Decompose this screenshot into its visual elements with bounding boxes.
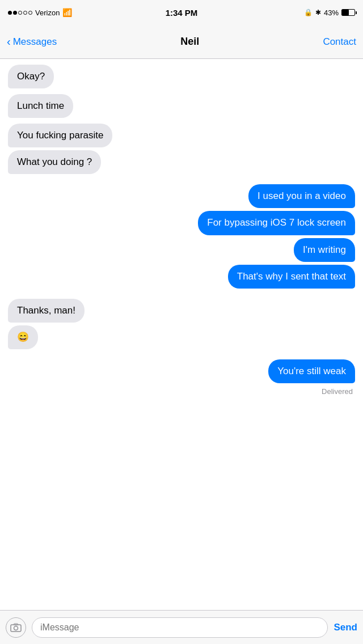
- message-row: Thanks, man!: [8, 299, 355, 323]
- signal-icon: [8, 11, 32, 15]
- bubble-10: 😄: [8, 325, 38, 349]
- delivered-label: Delivered: [8, 387, 355, 396]
- message-row: That's why I sent that text: [8, 265, 355, 289]
- message-row: Okay?: [8, 65, 355, 88]
- bubble-3: You fucking parasite: [8, 124, 112, 147]
- signal-dot-3: [18, 11, 22, 15]
- carrier-label: Verizon: [35, 9, 60, 17]
- lock-icon: 🔒: [304, 9, 313, 16]
- message-row: I used you in a video: [8, 184, 355, 208]
- input-bar: Send: [0, 610, 363, 644]
- send-button[interactable]: Send: [334, 622, 357, 633]
- contact-button[interactable]: Contact: [323, 36, 356, 48]
- bubble-11: You're still weak: [268, 359, 355, 383]
- signal-dot-1: [8, 11, 12, 15]
- svg-point-1: [14, 626, 18, 630]
- status-left: Verizon 📶: [8, 8, 72, 17]
- nav-title: Neil: [180, 36, 199, 48]
- signal-dot-2: [13, 11, 17, 15]
- status-bar: Verizon 📶 1:34 PM 🔒 ✱ 43%: [0, 0, 363, 25]
- bubble-8: That's why I sent that text: [228, 265, 355, 289]
- bubble-4: What you doing ?: [8, 150, 101, 174]
- camera-icon: [10, 623, 22, 632]
- camera-button[interactable]: [6, 617, 26, 638]
- nav-bar: ‹ Messages Neil Contact: [0, 25, 363, 59]
- status-right: 🔒 ✱ 43%: [304, 9, 355, 17]
- message-row: 😄: [8, 325, 355, 349]
- status-time: 1:34 PM: [166, 8, 198, 18]
- bubble-2: Lunch time: [8, 94, 73, 118]
- bubble-7: I'm writing: [294, 238, 355, 262]
- bubble-9: Thanks, man!: [8, 299, 85, 323]
- message-row: You fucking parasite: [8, 124, 355, 147]
- message-input[interactable]: [32, 617, 328, 638]
- bubble-6: For bypassing iOS 7 lock screen: [198, 211, 355, 235]
- messages-area: Okay?Lunch timeYou fucking parasiteWhat …: [0, 59, 363, 610]
- back-button[interactable]: ‹ Messages: [7, 35, 57, 48]
- back-chevron-icon: ‹: [7, 35, 11, 48]
- message-row: What you doing ?: [8, 150, 355, 174]
- signal-dot-4: [23, 11, 27, 15]
- message-row: Lunch time: [8, 94, 355, 118]
- bubble-5: I used you in a video: [248, 184, 355, 208]
- signal-dot-5: [28, 11, 32, 15]
- message-row: For bypassing iOS 7 lock screen: [8, 211, 355, 235]
- wifi-icon: 📶: [62, 8, 72, 17]
- bubble-1: Okay?: [8, 65, 54, 88]
- message-row: I'm writing: [8, 238, 355, 262]
- battery-icon: [341, 9, 355, 16]
- bluetooth-icon: ✱: [315, 9, 321, 16]
- back-label: Messages: [13, 36, 57, 48]
- message-row: You're still weak: [8, 359, 355, 383]
- battery-percent: 43%: [324, 9, 339, 17]
